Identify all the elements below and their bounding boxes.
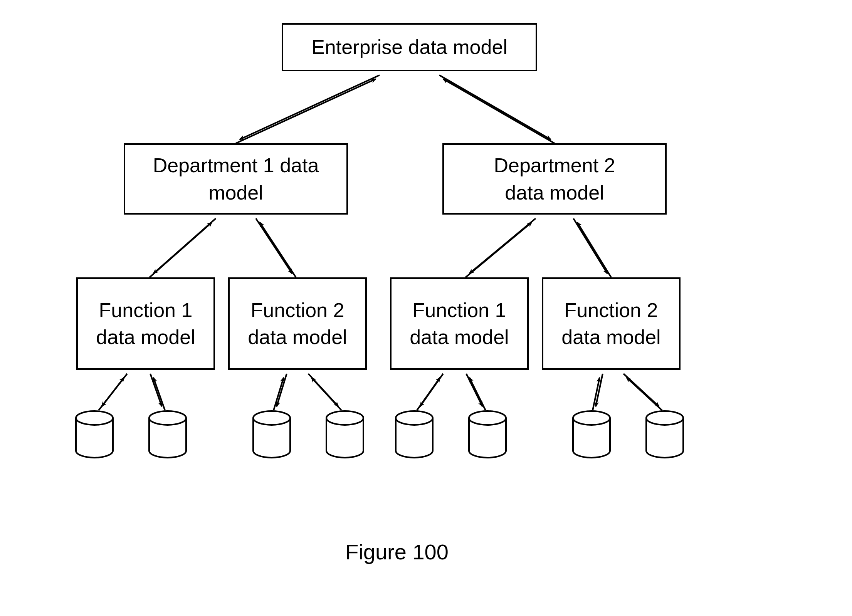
- svg-point-19: [646, 411, 683, 425]
- svg-point-16: [396, 411, 433, 425]
- fn3-line1: Function 1: [413, 297, 506, 324]
- edge-fn3-db5: [417, 374, 443, 410]
- svg-line-33: [593, 378, 600, 410]
- db-2: [149, 411, 186, 458]
- edge-fn1-db1: [99, 374, 127, 410]
- db-5: [396, 411, 433, 458]
- dept1-line2: model: [208, 179, 263, 206]
- svg-line-35: [627, 378, 662, 410]
- fn1-line1: Function 1: [99, 297, 193, 324]
- svg-line-1: [236, 79, 376, 143]
- svg-point-13: [149, 411, 186, 425]
- db-3: [253, 411, 290, 458]
- dept2-line1: Department 2: [494, 152, 615, 179]
- figure-caption: Figure 100: [301, 539, 493, 564]
- svg-line-11: [577, 222, 611, 277]
- db-6: [469, 411, 506, 458]
- svg-line-26: [308, 374, 338, 406]
- svg-line-34: [623, 374, 659, 406]
- fn3-line2: data model: [410, 324, 509, 351]
- fn2-line2: data model: [248, 324, 347, 351]
- function-4-box: Function 2 data model: [542, 277, 681, 370]
- svg-line-3: [443, 79, 555, 143]
- edge-fn2-db3: [274, 374, 287, 410]
- svg-line-7: [260, 222, 296, 277]
- edge-fn2-db4: [308, 374, 341, 410]
- department-2-box: Department 2 data model: [442, 143, 667, 215]
- svg-line-32: [596, 374, 603, 406]
- edge-fn4-db8: [623, 374, 662, 410]
- svg-line-5: [150, 222, 212, 277]
- svg-line-29: [417, 378, 440, 410]
- fn4-line2: data model: [561, 324, 660, 351]
- dept2-line2: data model: [505, 179, 604, 206]
- svg-line-6: [256, 218, 292, 274]
- figure-caption-text: Figure 100: [345, 540, 449, 564]
- svg-line-25: [274, 378, 284, 410]
- svg-point-14: [253, 411, 290, 425]
- svg-line-20: [102, 374, 127, 406]
- svg-line-23: [153, 378, 165, 410]
- edge-dept2-fn3: [465, 218, 536, 277]
- svg-line-31: [469, 378, 486, 410]
- svg-line-0: [240, 75, 380, 139]
- svg-line-22: [150, 374, 162, 406]
- svg-line-10: [573, 218, 607, 274]
- svg-line-28: [420, 374, 443, 406]
- enterprise-box: Enterprise data model: [282, 23, 537, 71]
- svg-point-15: [326, 411, 363, 425]
- db-1: [76, 411, 113, 458]
- edge-dept1-fn1: [150, 218, 216, 277]
- edge-dept1-fn2: [256, 218, 296, 277]
- fn4-line1: Function 2: [565, 297, 658, 324]
- edge-enterprise-dept1: [236, 75, 380, 143]
- db-4: [326, 411, 363, 458]
- function-1-box: Function 1 data model: [76, 277, 215, 370]
- svg-line-27: [311, 378, 341, 410]
- svg-line-21: [99, 378, 124, 410]
- svg-line-8: [469, 218, 536, 274]
- svg-line-30: [466, 374, 482, 406]
- svg-point-17: [469, 411, 506, 425]
- department-1-box: Department 1 data model: [124, 143, 348, 215]
- edge-fn3-db6: [466, 374, 486, 410]
- function-2-box: Function 2 data model: [228, 277, 367, 370]
- svg-point-18: [573, 411, 610, 425]
- svg-point-12: [76, 411, 113, 425]
- db-8: [646, 411, 683, 458]
- edge-dept2-fn4: [573, 218, 611, 277]
- edge-fn4-db7: [593, 374, 603, 410]
- edge-enterprise-dept2: [439, 75, 555, 143]
- svg-line-2: [439, 75, 551, 139]
- dept1-line1: Department 1 data: [153, 152, 319, 179]
- fn2-line1: Function 2: [251, 297, 344, 324]
- db-7: [573, 411, 610, 458]
- enterprise-label: Enterprise data model: [311, 34, 508, 60]
- diagram-stage: Enterprise data model Department 1 data …: [0, 0, 852, 616]
- fn1-line2: data model: [96, 324, 195, 351]
- svg-line-24: [277, 374, 287, 406]
- svg-line-4: [153, 218, 216, 274]
- function-3-box: Function 1 data model: [390, 277, 529, 370]
- edge-fn1-db2: [150, 374, 165, 410]
- svg-line-9: [465, 222, 532, 277]
